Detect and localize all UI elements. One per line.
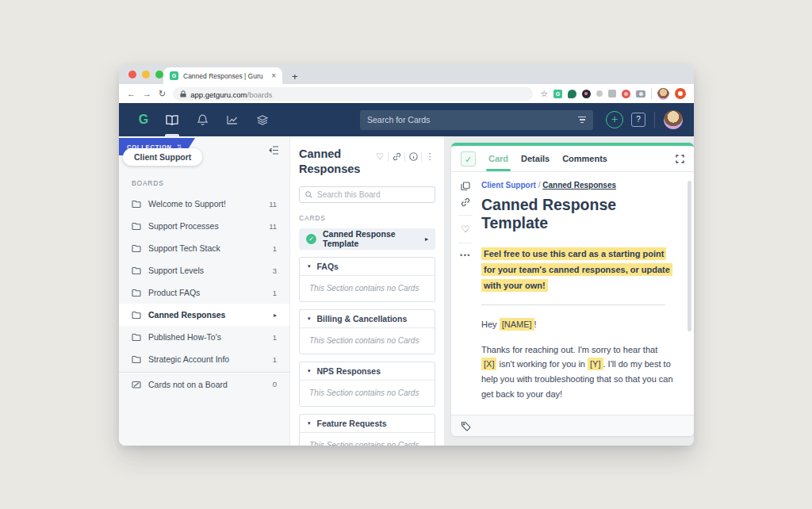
bookmark-star-icon[interactable]: ☆ [540,89,548,99]
collections-layers-icon[interactable] [247,103,278,136]
zoom-window-button[interactable] [155,71,163,78]
board-section-nps: ▾ NPS Responses This Section contains no… [299,362,435,407]
extension-icon[interactable] [596,90,603,97]
section-header[interactable]: ▾ FAQs [300,258,435,276]
expand-icon[interactable] [676,155,684,163]
card-count: 3 [273,266,277,275]
board-panel: Canned Responses ♡ ⋮ CARDS ✓ C [289,136,445,446]
tab-close-icon[interactable]: × [271,71,276,80]
cards-section-label: CARDS [299,214,435,222]
browser-tab[interactable]: G Canned Responses | Guru × [163,67,282,84]
section-header[interactable]: ▾ Billing & Cancellations [300,310,435,328]
info-icon[interactable] [405,152,421,161]
board-actions: ♡ ⋮ [372,151,438,162]
guru-top-nav: G + ? [119,103,694,136]
folder-icon [132,311,141,319]
card-count: 1 [273,244,277,253]
search-icon [305,191,312,198]
notifications-bell-icon[interactable] [187,103,217,136]
sidebar-item-cards-not-on-board[interactable]: Cards not on a Board 0 [119,372,289,394]
card-greeting: Hey [NAME]! [481,317,673,332]
extension-icon[interactable] [675,88,686,99]
tab-title: Canned Responses | Guru [183,72,266,80]
card-preview: ✓ Card Details Comments ♡ [451,143,694,436]
sidebar-item-support-tech-stack[interactable]: Support Tech Stack 1 [119,237,289,259]
sidebar-item-product-faqs[interactable]: Product FAQs 1 [119,281,289,304]
kebab-menu-icon[interactable]: ⋮ [422,151,438,162]
create-card-button[interactable]: + [606,111,623,128]
tab-card[interactable]: Card [488,154,508,163]
card-count: 1 [273,289,277,297]
favorite-heart-icon[interactable]: ♡ [462,224,470,235]
folder-icon [132,244,141,252]
main-content: COLLECTION ⇅ Client Support BOARDS Welco… [119,136,694,446]
filter-icon[interactable] [578,115,586,125]
minimize-window-button[interactable] [142,71,150,78]
card-list-item-selected[interactable]: ✓ Canned Response Template ▸ [299,228,435,250]
global-search[interactable] [360,110,593,130]
board-search[interactable] [299,186,435,203]
breadcrumb: Client Support / Canned Responses [481,181,673,189]
card-count: 0 [273,380,277,388]
guru-logo-icon[interactable]: G [130,113,157,127]
section-header[interactable]: ▾ Feature Requests [300,415,435,433]
section-empty-text: This Section contains no Cards [300,328,435,354]
caret-down-icon: ▾ [308,420,311,427]
tab-details[interactable]: Details [521,154,550,163]
card-paragraph: Thanks for reaching out. I'm sorry to he… [481,343,673,402]
sidebar-item-support-levels[interactable]: Support Levels 3 [119,259,289,281]
reload-icon[interactable]: ↻ [159,89,166,99]
card-scrollbar[interactable] [688,181,691,331]
sidebar-item-support-processes[interactable]: Support Processes 11 [119,215,289,237]
more-options-icon[interactable]: ••• [460,251,471,259]
folder-icon [132,222,141,230]
sidebar-item-welcome-to-support[interactable]: Welcome to Support! 11 [119,193,289,215]
back-icon[interactable]: ← [127,89,136,98]
tag-icon[interactable] [461,421,471,431]
card-footer [451,415,694,436]
sidebar-item-strategic-account-info[interactable]: Strategic Account Info 1 [119,348,289,370]
user-avatar[interactable] [664,110,683,129]
sidebar-item-canned-responses[interactable]: Canned Responses ▸ [119,304,289,326]
extension-icon[interactable] [568,90,576,98]
breadcrumb-board-link[interactable]: Canned Responses [542,181,616,189]
collection-name-pill[interactable]: Client Support [123,148,202,166]
guru-extension-icon[interactable]: G [553,90,562,98]
global-search-input[interactable] [367,115,573,124]
section-header[interactable]: ▾ NPS Responses [300,362,435,381]
verify-checkbox-icon[interactable]: ✓ [461,151,476,166]
browser-toolbar: ← → ↻ app.getguru.com/boards ☆ G [119,84,694,103]
caret-down-icon: ▾ [308,316,311,322]
new-tab-button[interactable]: + [292,71,298,82]
collapse-sidebar-icon[interactable] [268,146,279,155]
extension-icon[interactable] [622,90,630,98]
browser-profile-avatar[interactable] [657,88,669,100]
breadcrumb-collection-link[interactable]: Client Support [481,181,536,189]
copy-link-icon[interactable] [389,152,404,161]
card-count: 1 [273,355,277,364]
collection-sidebar: COLLECTION ⇅ Client Support BOARDS Welco… [119,136,289,446]
caret-down-icon: ▾ [308,368,311,374]
extension-icon[interactable] [582,90,591,98]
card-preview-area: ✓ Card Details Comments ♡ [445,136,694,446]
address-bar[interactable]: app.getguru.com/boards [173,87,533,101]
boards-nav-icon[interactable] [157,103,187,136]
tab-comments[interactable]: Comments [562,154,607,163]
sidebar-item-published-how-tos[interactable]: Published How-To's 1 [119,326,289,348]
board-search-input[interactable] [317,190,429,199]
forward-icon[interactable]: → [143,89,151,98]
copy-link-icon[interactable] [461,197,470,207]
extension-icon[interactable] [608,90,616,98]
card-intro-text: Feel free to use this card as a starting… [481,246,670,294]
screenshot-extension-icon[interactable] [636,90,645,98]
guru-favicon-icon: G [170,71,178,80]
help-button[interactable]: ? [631,113,645,127]
analytics-chart-icon[interactable] [217,103,247,136]
nav-divider [654,112,655,128]
duplicate-icon[interactable] [461,182,470,191]
favorite-heart-icon[interactable]: ♡ [372,151,388,162]
window-controls [128,71,163,78]
card-count: 11 [269,200,277,209]
close-window-button[interactable] [128,71,136,78]
section-empty-text: This Section contains no Cards [300,276,435,301]
